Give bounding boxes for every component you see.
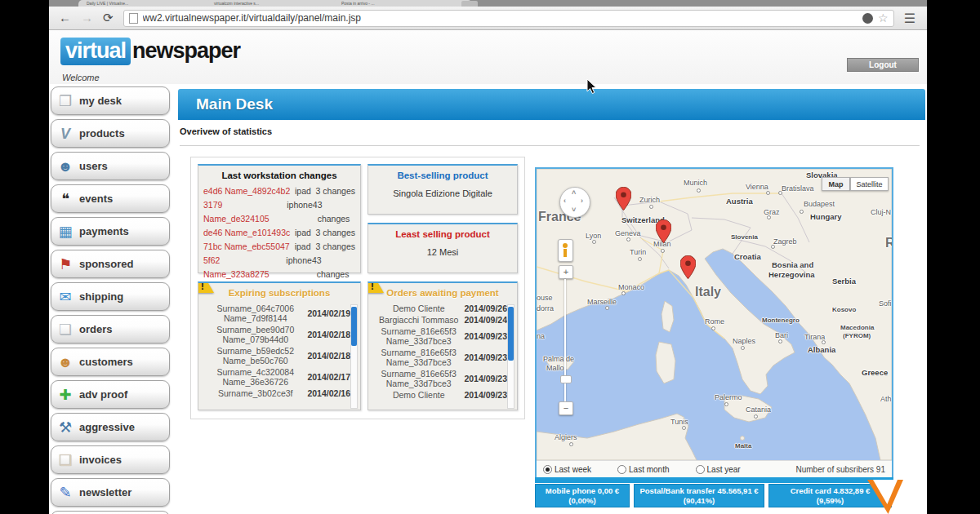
sidebar-item-invoices[interactable]: ❑invoices [51, 445, 170, 474]
map-label: R [885, 236, 892, 250]
sidebar-item-label: shipping [79, 290, 123, 303]
subscribers-map[interactable]: FranceItalyRMunichViennaBratislavaSlovak… [535, 167, 893, 478]
map-label: Palma de [543, 355, 574, 363]
reload-icon[interactable]: ⟳ [103, 10, 114, 26]
map-city-dot [621, 291, 626, 295]
zoom-out-button[interactable]: − [559, 401, 573, 415]
radio-last-week[interactable] [543, 465, 552, 474]
scrollbar[interactable] [507, 304, 514, 409]
sidebar-item-users[interactable]: ☻users [51, 152, 170, 180]
browser-tab-3[interactable]: Posta in arrivo - ... [333, 0, 472, 7]
map-label: Algiers [555, 433, 577, 441]
map-marker-pin[interactable] [680, 255, 696, 279]
map-city-dot [569, 442, 573, 446]
page-title: Main Desk [196, 89, 925, 120]
sidebar-item-products[interactable]: Vproducts [51, 119, 170, 148]
chrome-menu-icon[interactable]: ☰ [904, 11, 915, 26]
sidebar-item-payments[interactable]: ▦payments [51, 217, 170, 246]
device-id-link[interactable]: e4d6 Name_4892c4b2 [203, 184, 290, 198]
sidebar-item-events[interactable]: ❝events [51, 184, 170, 213]
bookmark-star-icon[interactable]: ☆ [878, 12, 889, 24]
mouse-cursor [586, 78, 598, 95]
table-row[interactable]: 5f62 Name_323a8275iphone43 changes [198, 254, 360, 281]
map-label: Montenegro [762, 317, 800, 324]
map-city-dot [661, 249, 665, 253]
scrollbar[interactable] [350, 304, 358, 409]
map-city-dot [682, 426, 686, 430]
logout-button[interactable]: Logout [847, 58, 919, 72]
table-row[interactable]: e4d6 Name_4892c4b2ipad3 changes [198, 184, 360, 198]
table-row[interactable]: 71bc Name_ebc55047ipad3 changes [198, 240, 360, 254]
list-item[interactable]: Surname_b59edc52Name_be50c7602014/02/18 [205, 346, 350, 366]
speech-bubbles-icon: ❝ [51, 192, 79, 206]
map-label: Monaco [618, 283, 644, 291]
map-label: Geneva [615, 229, 641, 237]
sidebar-item-newsletter[interactable]: ✎newsletter [51, 478, 170, 507]
map-label: Kosovo [832, 306, 856, 313]
pegman-icon[interactable] [558, 239, 573, 262]
radio-last-month[interactable] [617, 465, 626, 474]
device-id-link[interactable]: de46 Name_e101493c [203, 226, 290, 240]
filter-label[interactable]: Last month [629, 465, 669, 474]
logo-virtual: virtual [60, 38, 131, 65]
list-item[interactable]: Surname_816e65f3Name_33d7bce32014/09/23 [375, 348, 507, 367]
list-item[interactable]: Demo Cliente2014/09/26 [375, 304, 507, 313]
url-text[interactable]: ww2.virtualnewspaper.it/virtualdaily/pan… [143, 12, 863, 24]
sidebar-item-sponsored[interactable]: ⚑sponsored [51, 250, 170, 278]
sidebar-item-my-desk[interactable]: ❒my desk [51, 86, 170, 115]
table-row[interactable]: de46 Name_e101493cipad3 changes [198, 226, 360, 240]
map-filter-bar: Last week Last month Last year Number of… [537, 460, 892, 477]
map-marker-pin[interactable] [616, 187, 631, 210]
logo-newspaper: newspaper [132, 38, 240, 63]
device-id-link[interactable]: 5f62 Name_323a8275 [203, 254, 286, 281]
list-item[interactable]: Surname_4c320084Name_36e367262014/02/17 [205, 367, 350, 387]
desk-icon: ❒ [51, 94, 79, 109]
sidebar-item-multimedia[interactable]: ✇multimedia [51, 511, 170, 514]
map-type-satellite-button[interactable]: Satellite [850, 177, 889, 191]
sidebar-item-shipping[interactable]: ✉shipping [51, 282, 170, 311]
device-id-link[interactable]: 71bc Name_ebc55047 [203, 240, 290, 254]
new-tab-button[interactable] [461, 1, 478, 7]
statistics-panel: Last workstation changes e4d6 Name_4892c… [190, 157, 525, 419]
list-item[interactable]: Bargiacchi Tommaso2014/09/24 [375, 315, 507, 325]
map-label: Herzegovina [768, 270, 815, 279]
list-item[interactable]: Surname_816e65f3Name_33d7bce32014/09/23 [375, 369, 507, 388]
list-item[interactable]: Surname_816e65f3Name_33d7bce32014/09/23 [375, 326, 507, 346]
map-label: Graz [764, 208, 780, 216]
list-item[interactable]: Surname_064c7006Name_7d9f81442014/02/19 [205, 304, 350, 323]
filter-label[interactable]: Last year [707, 465, 741, 474]
list-item[interactable]: Surname_bee90d70Name_079b44d02014/02/18 [205, 325, 350, 344]
filter-label[interactable]: Last week [555, 465, 591, 474]
device-id-link[interactable]: 3179 Name_de324105 [203, 198, 287, 226]
map-canvas[interactable]: FranceItalyRMunichViennaBratislavaSlovak… [537, 169, 892, 460]
virtualcom-logo [867, 480, 903, 514]
extension-badge-icon[interactable] [862, 13, 873, 24]
map-pan-control[interactable]: ˄ ˅ ‹ › [559, 187, 590, 218]
map-label: Albania [808, 345, 835, 354]
radio-last-year[interactable] [696, 465, 705, 474]
map-type-map-button[interactable]: Map [822, 177, 850, 191]
sidebar-item-customers[interactable]: ☻customers [51, 348, 170, 376]
back-icon[interactable]: ← [59, 10, 71, 26]
sidebar-item-orders[interactable]: ❏orders [51, 315, 170, 343]
list-item[interactable]: Surname_3b02ce3f2014/02/16 [205, 388, 350, 398]
browser-tab-2[interactable]: virtualcom interactive s... [206, 0, 345, 7]
map-label: Bosnia and [772, 260, 813, 269]
map-label: Tirana [804, 333, 825, 341]
map-label: na [537, 332, 545, 340]
table-row[interactable]: 3179 Name_de324105iphone43 changes [198, 198, 360, 226]
map-marker-pin[interactable] [656, 219, 671, 243]
list-item[interactable]: Demo Cliente2014/09/23 [375, 390, 507, 400]
forward-icon[interactable]: → [81, 10, 93, 26]
map-label: Munich [684, 179, 707, 187]
tab-strip: Daily LIVE | Virtualne... virtualcom int… [49, 0, 927, 7]
sidebar-item-aggressive[interactable]: ⚒aggressive [51, 413, 170, 441]
browser-tab-1[interactable]: Daily LIVE | Virtualne... [78, 0, 216, 7]
map-city-dot [724, 402, 728, 406]
sidebar-item-adv-proof[interactable]: ✚adv proof [51, 380, 170, 409]
device-type: ipad [295, 240, 311, 254]
address-bar[interactable]: ww2.virtualnewspaper.it/virtualdaily/pan… [123, 10, 894, 27]
page-header: virtualnewspaper Welcome Logout [49, 30, 927, 84]
zoom-slider-handle[interactable] [560, 375, 572, 383]
zoom-in-button[interactable]: + [559, 265, 573, 279]
